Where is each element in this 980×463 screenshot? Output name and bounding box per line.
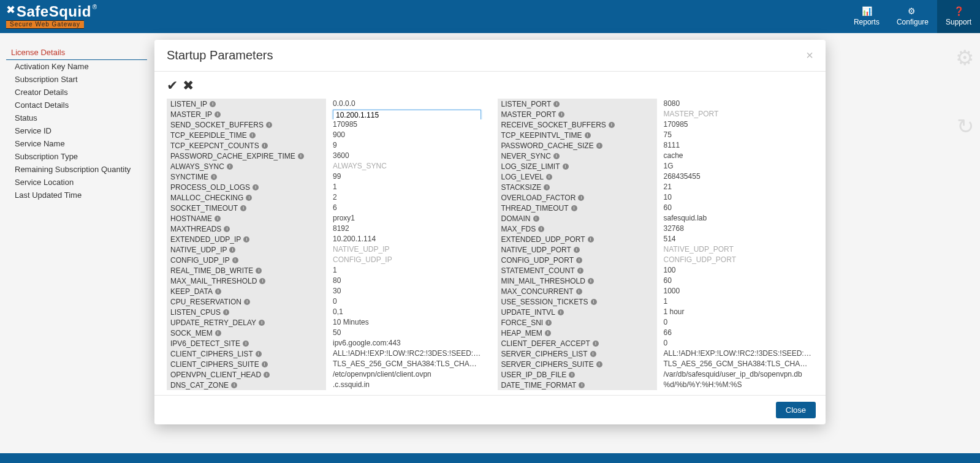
param-label: SOCKET_TIMEOUTi xyxy=(167,203,326,213)
param-label: PROCESS_OLD_LOGSi xyxy=(167,182,326,192)
info-icon[interactable]: i xyxy=(558,111,564,118)
param-value[interactable]: 21 xyxy=(662,182,814,192)
param-value[interactable]: MASTER_PORT xyxy=(662,109,814,119)
nav-support-label: Support xyxy=(946,18,971,26)
nav-configure[interactable]: ⚙ Configure xyxy=(888,0,937,33)
param-label: LOG_SIZE_LIMITi xyxy=(498,161,657,171)
param-col-right: LISTEN_PORTi8080MASTER_PORTiMASTER_PORTR… xyxy=(498,99,814,214)
param-value[interactable]: safesquid.lab xyxy=(662,213,814,214)
sidebar-item[interactable]: Subscription Type xyxy=(6,150,147,163)
info-icon[interactable]: i xyxy=(596,143,602,149)
nav-reports-label: Reports xyxy=(854,18,879,26)
info-icon[interactable]: i xyxy=(544,184,550,190)
sidebar-item[interactable]: Status xyxy=(6,111,147,124)
brand-logo: ✖ SafeSquid ® Secure Web Gateway xyxy=(6,4,97,29)
info-icon[interactable]: i xyxy=(211,174,217,180)
sidebar-item[interactable]: Service Location xyxy=(6,176,147,189)
brand-tagline: Secure Web Gateway xyxy=(6,20,84,29)
apply-icon[interactable]: ✔ xyxy=(167,79,178,92)
param-value[interactable]: cache xyxy=(662,151,814,161)
info-icon[interactable]: i xyxy=(571,205,577,211)
param-value[interactable]: 0.0.0.0 xyxy=(331,99,483,109)
param-value[interactable]: 1 xyxy=(331,182,483,192)
param-value[interactable]: 60 xyxy=(662,203,814,213)
param-value[interactable]: 8111 xyxy=(662,140,814,151)
restore-decor-icon: ↻ xyxy=(957,114,974,138)
param-value[interactable]: 3600 xyxy=(331,151,483,161)
param-label: TCP_KEEPCNT_COUNTSi xyxy=(167,140,326,151)
param-value[interactable]: 170985 xyxy=(331,119,483,130)
nav-reports[interactable]: 📊 Reports xyxy=(845,0,888,33)
param-value[interactable]: 6 xyxy=(331,203,483,213)
reports-icon: 📊 xyxy=(862,7,872,17)
param-value[interactable]: 2 xyxy=(331,192,483,203)
sidebar-item[interactable]: Service ID xyxy=(6,124,147,137)
info-icon[interactable]: i xyxy=(563,164,569,170)
info-icon[interactable]: i xyxy=(215,111,221,118)
param-label: PASSWORD_CACHE_EXPIRE_TIMEi xyxy=(167,151,326,161)
info-icon[interactable]: i xyxy=(227,164,233,170)
param-value[interactable]: 8080 xyxy=(662,99,814,109)
param-label: SEND_SOCKET_BUFFERSi xyxy=(167,119,326,130)
param-value-input[interactable] xyxy=(333,110,481,119)
cancel-icon[interactable]: ✖ xyxy=(183,79,194,92)
sidebar-item[interactable]: Remaining Subscription Quantity xyxy=(6,163,147,176)
param-value[interactable]: ALWAYS_SYNC xyxy=(331,161,483,171)
info-icon[interactable]: i xyxy=(609,122,615,128)
param-label: RECEIVE_SOCKET_BUFFERSi xyxy=(498,119,657,130)
nav-configure-label: Configure xyxy=(897,18,929,26)
param-label: SYNCTIMEi xyxy=(167,171,326,182)
info-icon[interactable]: i xyxy=(546,174,552,180)
param-value[interactable]: proxy1 xyxy=(331,213,483,214)
param-label: LISTEN_PORTi xyxy=(498,99,657,109)
param-label: STACKSIZEi xyxy=(498,182,657,192)
info-icon[interactable]: i xyxy=(249,132,256,138)
param-value[interactable]: 9 xyxy=(331,140,483,151)
gear-icon: ⚙ xyxy=(908,7,917,17)
info-icon[interactable]: i xyxy=(210,101,216,107)
logo-mark-icon: ✖ xyxy=(6,4,15,15)
info-icon[interactable]: i xyxy=(298,153,304,159)
nav-support[interactable]: ❓ Support xyxy=(937,0,980,33)
param-value[interactable] xyxy=(331,109,483,119)
top-nav: 📊 Reports ⚙ Configure ❓ Support xyxy=(845,0,980,33)
param-label: PASSWORD_CACHE_SIZEi xyxy=(498,140,657,151)
sidebar: License Details Activation Key NameSubsc… xyxy=(6,45,147,201)
param-value[interactable]: 99 xyxy=(331,171,483,182)
param-value[interactable]: 170985 xyxy=(662,119,814,130)
param-label: MALLOC_CHECKINGi xyxy=(167,192,326,203)
param-value[interactable]: 900 xyxy=(331,130,483,140)
param-label: LOG_LEVELi xyxy=(498,171,657,182)
info-icon[interactable]: i xyxy=(553,101,560,107)
param-value[interactable]: 10 xyxy=(662,192,814,203)
sidebar-item[interactable]: Activation Key Name xyxy=(6,60,147,73)
info-icon[interactable]: i xyxy=(240,205,246,211)
param-label: MASTER_IPi xyxy=(167,109,326,119)
modal-close-x[interactable]: × xyxy=(806,48,813,62)
info-icon[interactable]: i xyxy=(585,132,591,138)
sidebar-item[interactable]: Creator Details xyxy=(6,86,147,99)
info-icon[interactable]: i xyxy=(266,122,272,128)
param-value[interactable]: 268435455 xyxy=(662,171,814,182)
sidebar-item[interactable]: Last Updated Time xyxy=(6,189,147,201)
param-label: DOMAINi xyxy=(498,213,657,214)
info-icon[interactable]: i xyxy=(262,143,268,149)
param-label: TCP_KEEPINTVL_TIMEi xyxy=(498,130,657,140)
sidebar-item[interactable]: Service Name xyxy=(6,137,147,150)
gear-decor-icon: ⚙ xyxy=(955,45,974,70)
sidebar-header: License Details xyxy=(6,45,147,60)
param-value[interactable]: 75 xyxy=(662,130,814,140)
param-label: MASTER_PORTi xyxy=(498,109,657,119)
sidebar-item[interactable]: Contact Details xyxy=(6,99,147,111)
info-icon[interactable]: i xyxy=(253,184,259,190)
param-value[interactable]: 1G xyxy=(662,161,814,171)
brand-name: SafeSquid xyxy=(17,4,91,19)
info-icon[interactable]: i xyxy=(553,153,560,159)
param-label: ALWAYS_SYNCi xyxy=(167,161,326,171)
info-icon[interactable]: i xyxy=(246,195,252,201)
param-label: THREAD_TIMEOUTi xyxy=(498,203,657,213)
sidebar-item[interactable]: Subscription Start xyxy=(6,73,147,86)
info-icon[interactable]: i xyxy=(578,195,584,201)
startup-params-modal: Startup Parameters × ✔ ✖ LISTEN_IPi0.0.0… xyxy=(154,40,826,214)
param-label: HOSTNAMEi xyxy=(167,213,326,214)
